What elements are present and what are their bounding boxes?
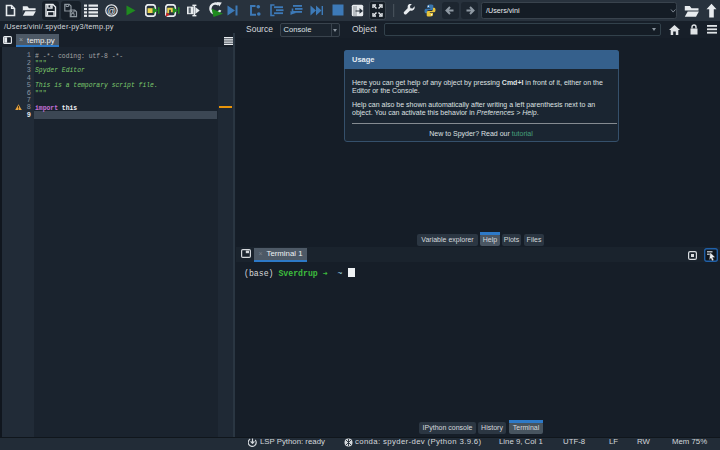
- svg-text:@: @: [107, 6, 116, 16]
